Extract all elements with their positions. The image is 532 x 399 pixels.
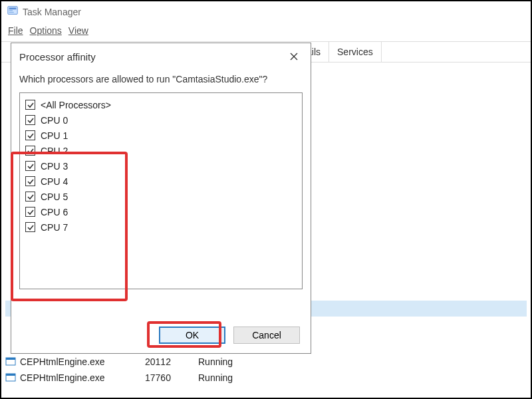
checkbox-label: CPU 4 (41, 176, 68, 187)
checkbox-cpu-1[interactable]: CPU 1 (23, 128, 299, 143)
task-manager-icon (7, 5, 19, 19)
process-table: CEPHtmlEngine.exe 20112 Running CEPHtmlE… (5, 354, 527, 386)
cancel-button[interactable]: Cancel (233, 327, 300, 344)
process-pid: 17760 (145, 372, 192, 383)
svg-rect-2 (9, 10, 13, 11)
checkbox-label: CPU 5 (41, 192, 68, 202)
checkbox-checked-icon[interactable] (25, 100, 35, 110)
checkbox-all-processors[interactable]: <All Processors> (23, 97, 299, 112)
process-name: CEPHtmlEngine.exe (20, 356, 105, 367)
checkbox-label: CPU 2 (41, 146, 68, 156)
checkbox-cpu-6[interactable]: CPU 6 (23, 204, 299, 219)
menubar: File Options View (1, 23, 531, 41)
checkbox-label: CPU 7 (41, 222, 68, 233)
checkbox-checked-icon[interactable] (25, 161, 35, 171)
cpu-checkbox-list[interactable]: <All Processors> CPU 0 CPU 1 CPU 2 CPU 3… (19, 92, 303, 289)
process-status: Running (198, 356, 265, 367)
svg-rect-3 (9, 12, 14, 13)
checkbox-checked-icon[interactable] (25, 192, 35, 201)
menu-file[interactable]: File (5, 24, 26, 37)
process-name: CEPHtmlEngine.exe (20, 372, 105, 383)
checkbox-label: CPU 6 (41, 207, 68, 217)
dialog-prompt: Which processors are allowed to run "Cam… (11, 70, 311, 92)
menu-view[interactable]: View (66, 24, 91, 37)
checkbox-cpu-3[interactable]: CPU 3 (23, 158, 299, 174)
process-icon (5, 356, 16, 367)
checkbox-cpu-5[interactable]: CPU 5 (23, 189, 299, 204)
dialog-title: Processor affinity (19, 51, 96, 63)
dialog-button-row: OK Cancel (11, 315, 311, 353)
process-status: Running (198, 372, 265, 383)
checkbox-cpu-7[interactable]: CPU 7 (23, 219, 299, 235)
dialog-titlebar: Processor affinity (11, 43, 311, 70)
svg-rect-5 (6, 358, 15, 360)
process-icon (5, 372, 16, 383)
process-pid: 20112 (145, 356, 192, 367)
svg-rect-1 (9, 8, 17, 10)
close-icon (289, 52, 299, 61)
checkbox-checked-icon[interactable] (25, 207, 35, 217)
processor-affinity-dialog: Processor affinity Which processors are … (11, 43, 311, 354)
svg-rect-7 (6, 374, 15, 376)
checkbox-checked-icon[interactable] (25, 176, 35, 186)
checkbox-label: CPU 1 (41, 130, 68, 141)
checkbox-label: CPU 3 (41, 161, 68, 172)
checkbox-checked-icon[interactable] (25, 222, 35, 232)
close-button[interactable] (284, 47, 304, 66)
checkbox-cpu-2[interactable]: CPU 2 (23, 143, 299, 158)
checkbox-label: <All Processors> (41, 100, 111, 110)
ok-button[interactable]: OK (159, 327, 225, 344)
titlebar: Task Manager (1, 1, 531, 23)
menu-options[interactable]: Options (27, 24, 65, 37)
checkbox-cpu-4[interactable]: CPU 4 (23, 174, 299, 189)
app-title: Task Manager (23, 7, 81, 17)
table-row[interactable]: CEPHtmlEngine.exe 17760 Running (5, 370, 527, 386)
checkbox-checked-icon[interactable] (25, 146, 35, 156)
tab-services[interactable]: Services (329, 42, 382, 62)
checkbox-checked-icon[interactable] (25, 130, 35, 140)
table-row[interactable]: CEPHtmlEngine.exe 20112 Running (5, 354, 527, 370)
checkbox-label: CPU 0 (41, 115, 68, 126)
checkbox-cpu-0[interactable]: CPU 0 (23, 112, 299, 128)
checkbox-checked-icon[interactable] (25, 115, 35, 125)
